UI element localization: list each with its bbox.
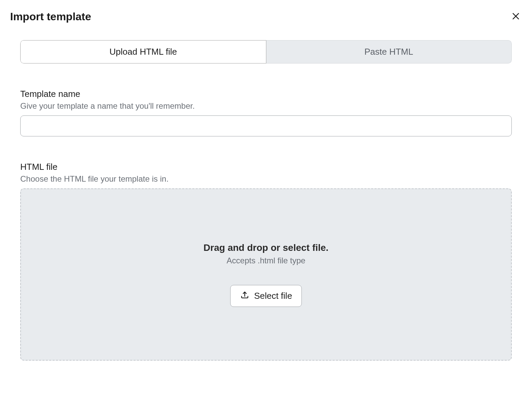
dropzone-subtitle: Accepts .html file type: [227, 256, 305, 265]
select-file-button-label: Select file: [254, 291, 292, 301]
modal-content: Upload HTML file Paste HTML Template nam…: [10, 40, 522, 361]
upload-icon: [240, 290, 249, 302]
template-name-input[interactable]: [20, 115, 512, 136]
html-file-group: HTML file Choose the HTML file your temp…: [20, 162, 512, 184]
close-button[interactable]: [510, 10, 522, 23]
template-name-help: Give your template a name that you'll re…: [20, 101, 512, 111]
html-file-help: Choose the HTML file your template is in…: [20, 174, 512, 184]
file-dropzone[interactable]: Drag and drop or select file. Accepts .h…: [20, 188, 512, 361]
modal-header: Import template: [10, 10, 522, 23]
select-file-button[interactable]: Select file: [230, 285, 302, 307]
html-file-label: HTML file: [20, 162, 512, 172]
tab-paste-html[interactable]: Paste HTML: [266, 40, 512, 63]
dropzone-title: Drag and drop or select file.: [204, 242, 328, 253]
import-template-modal: Import template Upload HTML file Paste H…: [0, 0, 532, 371]
template-name-label: Template name: [20, 89, 512, 99]
modal-title: Import template: [10, 10, 91, 23]
tab-group: Upload HTML file Paste HTML: [20, 40, 512, 63]
close-icon: [511, 11, 521, 22]
tab-upload-html-file[interactable]: Upload HTML file: [20, 40, 266, 63]
template-name-group: Template name Give your template a name …: [20, 89, 512, 136]
